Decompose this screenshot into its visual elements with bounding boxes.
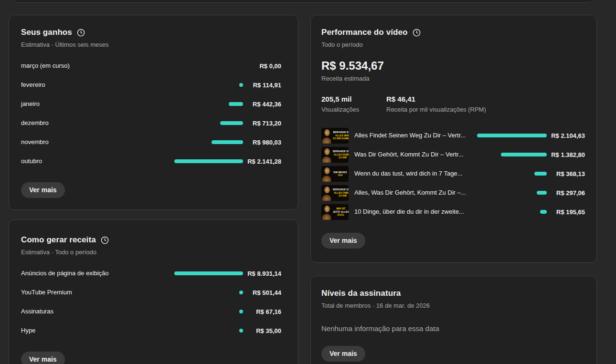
rpm-metric: R$ 46,41 Receita por mil visualizações (… [386,95,486,114]
statue-figure-image [321,204,333,220]
stat-row-label: outubro [21,157,174,165]
stat-bar [229,102,243,106]
membership-header: Níveis da assinatura [321,289,585,298]
earnings-rows: março (em curso)R$ 0,00fevereiroR$ 114,9… [21,56,281,171]
video-value: R$ 195,65 [547,208,585,216]
stat-row-label: janeiro [21,100,174,108]
video-bar-area [475,191,547,195]
revenue-sources-see-more-button[interactable]: Ver mais [21,352,65,364]
video-title[interactable]: Alles Findet Seinen Weg Zu Dir – Vertr..… [354,132,475,139]
membership-card: Níveis da assinatura Total de membros · … [310,276,597,364]
video-thumbnail[interactable]: BERUHIGE DICHALLES KOMMTZU DIR [321,147,349,163]
estimated-revenue-value: R$ 9.534,67 [321,59,585,73]
video-performance-see-more-button[interactable]: Ver mais [321,233,365,249]
earnings-see-more-button[interactable]: Ver mais [21,182,65,198]
clock-icon [101,236,109,244]
video-bar-area [475,134,547,137]
thumbnail-text: EIN NEUESICH [333,171,349,177]
video-bar-area [475,210,547,214]
stat-row-value: R$ 980,03 [243,139,281,146]
video-title[interactable]: 10 Dinge, über die du dir in der zweite.… [354,208,475,216]
stat-row-value: R$ 0,00 [243,62,281,70]
stat-row-value: R$ 501,44 [243,289,281,296]
stat-row-value: R$ 2.141,28 [243,158,281,165]
statue-figure-image [321,147,333,163]
stat-row: HypeR$ 35,00 [21,321,281,340]
thumbnail-text: BERUHIGE DICHALLES WIRDZU DIR KOMMEN [333,131,349,140]
video-list: BERUHIGE DICHALLES WIRDZU DIR KOMMENAlle… [321,126,585,221]
previous-card-bottom-edge [12,0,594,3]
stat-row-value: R$ 67,16 [243,308,281,315]
video-title[interactable]: Alles, Was Dir Gehört, Kommt Zu Dir –... [354,189,475,197]
stat-row-label: novembro [21,138,174,146]
analytics-page: Seus ganhos Estimativa · Últimos seis me… [0,0,616,364]
video-bar-area [475,153,547,156]
stat-row-label: Anúncios de página de exibição [21,270,174,277]
thumbnail-text: BERUHIGE DICHALLES FINDETZU DIR [333,188,349,198]
revenue-sources-subtitle: Estimativa · Todo o período [21,249,281,256]
thumbnail-text-line: ICH [338,174,342,177]
video-performance-card: Performance do vídeo Todo o período R$ 9… [310,15,597,263]
video-performance-header: Performance do vídeo [321,28,585,37]
video-thumbnail[interactable]: MIR ISTJETZT ALLESEGAL [321,204,349,220]
stat-row-value: R$ 713,20 [243,120,281,127]
stat-row-label: Assinaturas [21,308,174,315]
video-thumbnail[interactable]: EIN NEUESICH [321,166,349,182]
video-title[interactable]: Was Dir Gehört, Kommt Zu Dir – Vertr... [354,151,475,158]
video-row[interactable]: BERUHIGE DICHALLES WIRDZU DIR KOMMENAlle… [321,126,585,145]
video-bar [537,191,547,195]
membership-empty-message: Nenhuma informação para essa data [321,324,585,333]
video-value: R$ 1.382,80 [547,151,585,158]
stat-row: fevereiroR$ 114,91 [21,75,281,94]
stat-row-value: R$ 114,91 [243,82,281,89]
stat-bar [174,159,243,163]
video-title[interactable]: Wenn du das tust, wird dich in 7 Tage... [354,170,475,177]
clock-icon [413,29,421,37]
video-bar [501,153,547,156]
video-bar-area [475,172,547,176]
stat-row: outubroR$ 2.141,28 [21,152,281,171]
views-value: 205,5 mil [321,95,373,104]
video-row[interactable]: EIN NEUESICHWenn du das tust, wird dich … [321,164,585,183]
earnings-card: Seus ganhos Estimativa · Últimos seis me… [9,15,298,210]
stat-bar-area [174,102,243,106]
stat-row: janeiroR$ 442,36 [21,94,281,114]
thumbnail-text-line: ZU DIR [339,194,347,198]
stat-row: YouTube PremiumR$ 501,44 [21,283,281,302]
stat-row-label: dezembro [21,119,174,127]
stat-bar [239,83,243,87]
stat-row-label: YouTube Premium [21,289,174,296]
video-performance-title: Performance do vídeo [321,28,408,37]
video-row[interactable]: MIR ISTJETZT ALLESEGAL10 Dinge, über die… [321,202,585,221]
video-value: R$ 2.104,63 [547,132,585,139]
thumbnail-text: MIR ISTJETZT ALLESEGAL [333,207,349,217]
video-thumbnail[interactable]: BERUHIGE DICHALLES FINDETZU DIR [321,185,349,201]
views-label: Visualizações [321,106,373,114]
revenue-sources-title: Como gerar receita [21,235,96,245]
revenue-sources-header: Como gerar receita [21,235,281,245]
stat-bar [239,329,243,333]
stat-row: novembroR$ 980,03 [21,133,281,152]
earnings-title: Seus ganhos [21,28,72,37]
revenue-sources-rows: Anúncios de página de exibiçãoR$ 8.931,1… [21,264,281,340]
statue-figure-image [321,128,333,144]
clock-icon [77,29,85,37]
stat-row-label: fevereiro [21,81,174,89]
video-row[interactable]: BERUHIGE DICHALLES FINDETZU DIRAlles, Wa… [321,183,585,202]
stat-bar-area [174,329,243,333]
video-row[interactable]: BERUHIGE DICHALLES KOMMTZU DIRWas Dir Ge… [321,145,585,164]
video-bar [477,134,547,137]
thumbnail-text-line: EGAL [338,213,344,217]
stat-row-value: R$ 35,00 [243,327,281,334]
video-thumbnail[interactable]: BERUHIGE DICHALLES WIRDZU DIR KOMMEN [321,128,349,144]
stat-row: Anúncios de página de exibiçãoR$ 8.931,1… [21,264,281,283]
stat-bar-area [174,159,243,163]
membership-see-more-button[interactable]: Ver mais [321,346,365,362]
stat-row: AssinaturasR$ 67,16 [21,302,281,321]
thumbnail-text-line: ZU DIR [339,156,347,159]
views-metric: 205,5 mil Visualizações [321,95,373,114]
membership-title: Níveis da assinatura [321,289,401,298]
stat-bar-area [174,83,243,87]
statue-figure-image [321,166,333,182]
stat-bar [220,121,243,125]
